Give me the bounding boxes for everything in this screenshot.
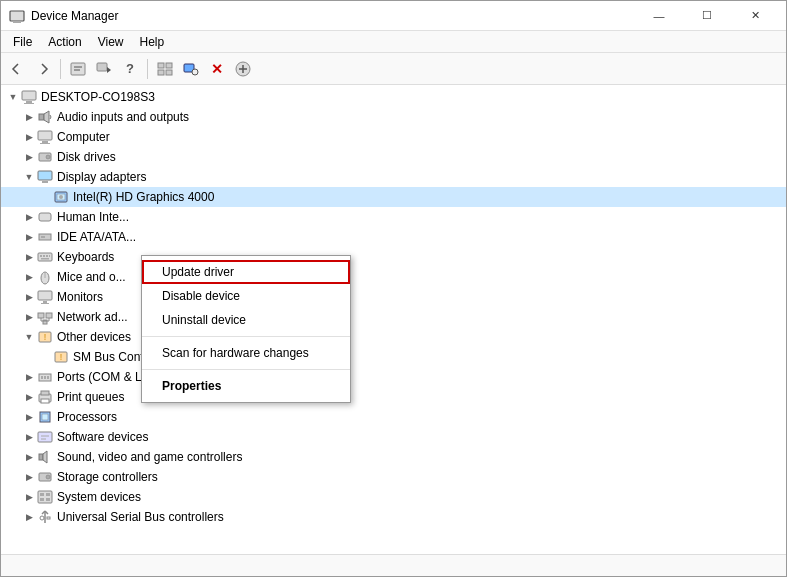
ide-icon [37,229,53,245]
svg-point-23 [46,155,50,159]
display-icon [37,169,53,185]
tree-item-computer[interactable]: ▶ Computer [1,127,786,147]
minimize-button[interactable]: — [636,1,682,31]
context-menu-uninstall[interactable]: Uninstall device [142,308,350,332]
tree-item-network[interactable]: ▶ Network ad... [1,307,786,327]
svg-point-68 [46,475,50,479]
toolbar-show-all[interactable] [153,57,177,81]
toolbar-scan[interactable] [179,57,203,81]
ide-expander: ▶ [21,229,37,245]
tree-item-keyboards[interactable]: ▶ Keyboards [1,247,786,267]
tree-item-system[interactable]: ▶ System devices [1,487,786,507]
tree-item-other[interactable]: ▼ ! Other devices [1,327,786,347]
mice-expander: ▶ [21,269,37,285]
sound-icon [37,449,53,465]
system-expander: ▶ [21,489,37,505]
storage-expander: ▶ [21,469,37,485]
window-title: Device Manager [31,9,118,23]
system-icon [37,489,53,505]
tree-item-intel-gpu[interactable]: Intel(R) HD Graphics 4000 [1,187,786,207]
svg-rect-31 [41,236,45,238]
disk-icon [37,149,53,165]
tree-item-audio[interactable]: ▶ Audio inputs and outputs [1,107,786,127]
tree-item-processors[interactable]: ▶ Processors [1,407,786,427]
processors-expander: ▶ [21,409,37,425]
close-button[interactable]: ✕ [732,1,778,31]
tree-item-print[interactable]: ▶ Print queues [1,387,786,407]
hid-label: Human Inte... [57,210,129,224]
hid-icon [37,209,53,225]
processors-label: Processors [57,410,117,424]
svg-rect-5 [97,63,107,71]
sound-expander: ▶ [21,449,37,465]
svg-rect-15 [22,91,36,100]
svg-rect-21 [40,143,50,144]
svg-rect-57 [47,376,49,379]
toolbar-sep-2 [147,59,148,79]
tree-root[interactable]: ▼ DESKTOP-CO198S3 [1,87,786,107]
tree-item-mice[interactable]: ▶ Mice and o... [1,267,786,287]
toolbar-forward[interactable] [31,57,55,81]
tree-item-hid[interactable]: ▶ Human Inte... [1,207,786,227]
toolbar-help[interactable]: ? [118,57,142,81]
audio-icon [37,109,53,125]
menu-file[interactable]: File [5,33,40,51]
svg-rect-66 [39,454,43,460]
tree-item-ports[interactable]: ▶ Ports (COM & LPT) [1,367,786,387]
svg-point-77 [40,516,44,520]
tree-item-sound[interactable]: ▶ Sound, video and game controllers [1,447,786,467]
toolbar-remove[interactable]: ✕ [205,57,229,81]
display-expander: ▼ [21,169,37,185]
context-menu-scan[interactable]: Scan for hardware changes [142,341,350,365]
context-menu-properties[interactable]: Properties [142,374,350,398]
maximize-button[interactable]: ☐ [684,1,730,31]
svg-rect-37 [41,258,49,260]
context-menu-update-driver[interactable]: Update driver [142,260,350,284]
computer-tree-icon [37,129,53,145]
toolbar-add[interactable] [231,57,255,81]
menu-view[interactable]: View [90,33,132,51]
tree-item-monitors[interactable]: ▶ Monitors [1,287,786,307]
tree-item-ide[interactable]: ▶ IDE ATA/ATA... [1,227,786,247]
software-expander: ▶ [21,429,37,445]
svg-rect-6 [158,63,164,68]
device-manager-window: Device Manager — ☐ ✕ File Action View He… [0,0,787,577]
tree-item-storage[interactable]: ▶ Storage controllers [1,467,786,487]
toolbar-properties[interactable] [66,57,90,81]
computer-icon [21,89,37,105]
menu-bar: File Action View Help [1,31,786,53]
system-label: System devices [57,490,141,504]
context-menu-disable[interactable]: Disable device [142,284,350,308]
menu-action[interactable]: Action [40,33,89,51]
svg-rect-18 [39,114,44,120]
menu-help[interactable]: Help [132,33,173,51]
tree-item-smbus[interactable]: ! SM Bus Controller [1,347,786,367]
storage-label: Storage controllers [57,470,158,484]
network-icon [37,309,53,325]
svg-rect-44 [46,313,52,318]
tree-item-disk[interactable]: ▶ Disk drives [1,147,786,167]
svg-rect-43 [38,313,44,318]
title-bar-left: Device Manager [9,8,118,24]
tree-item-software[interactable]: ▶ Software devices [1,427,786,447]
toolbar-back[interactable] [5,57,29,81]
gpu-label: Intel(R) HD Graphics 4000 [73,190,214,204]
svg-rect-70 [40,493,44,496]
tree-item-display[interactable]: ▼ Display adapters [1,167,786,187]
mouse-icon [37,269,53,285]
sound-label: Sound, video and game controllers [57,450,242,464]
toolbar-update-driver[interactable] [92,57,116,81]
tree-content[interactable]: ▼ DESKTOP-CO198S3 ▶ Audio inputs and [1,85,786,554]
svg-rect-56 [44,376,46,379]
software-label: Software devices [57,430,148,444]
tree-item-usb[interactable]: ▶ Universal Serial Bus controllers [1,507,786,527]
hid-expander: ▶ [21,209,37,225]
print-label: Print queues [57,390,124,404]
storage-icon [37,469,53,485]
svg-rect-63 [38,432,52,442]
toolbar-sep-1 [60,59,61,79]
computer-label: Computer [57,130,110,144]
display-label: Display adapters [57,170,146,184]
smbus-expander [37,349,53,365]
ports-icon [37,369,53,385]
